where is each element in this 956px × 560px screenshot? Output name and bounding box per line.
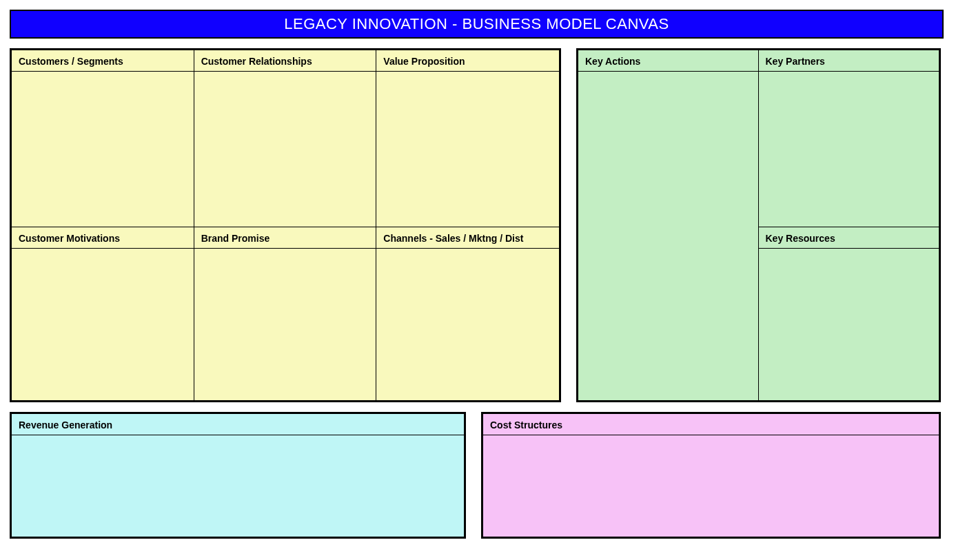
title-right: BUSINESS MODEL CANVAS <box>462 15 669 32</box>
cell-value-proposition: Value Proposition <box>376 50 559 227</box>
main-panels-row: Customers / Segments Customer Relationsh… <box>10 48 944 402</box>
cost-panel: Cost Structures <box>481 412 941 539</box>
cell-key-actions: Key Actions <box>578 50 759 400</box>
label-customer-motivations: Customer Motivations <box>12 227 194 249</box>
cell-customer-motivations: Customer Motivations <box>12 227 194 400</box>
canvas-title-bar: LEGACY INNOVATION - BUSINESS MODEL CANVA… <box>10 10 944 39</box>
operations-panel: Key Actions Key Partners Key Resources <box>576 48 941 402</box>
financial-panels-row: Revenue Generation Cost Structures <box>10 412 944 539</box>
customer-value-panel: Customers / Segments Customer Relationsh… <box>10 48 561 402</box>
label-revenue-generation: Revenue Generation <box>12 414 464 435</box>
label-customer-relationships: Customer Relationships <box>194 50 376 72</box>
label-brand-promise: Brand Promise <box>194 227 376 249</box>
title-left: LEGACY INNOVATION <box>284 15 447 32</box>
label-customers-segments: Customers / Segments <box>12 50 194 72</box>
label-cost-structures: Cost Structures <box>483 414 939 435</box>
revenue-panel: Revenue Generation <box>10 412 466 539</box>
cell-key-partners: Key Partners <box>759 50 939 227</box>
cell-channels: Channels - Sales / Mktng / Dist <box>376 227 559 400</box>
label-key-partners: Key Partners <box>759 50 939 72</box>
label-value-proposition: Value Proposition <box>376 50 559 72</box>
label-key-actions: Key Actions <box>578 50 758 72</box>
title-separator: - <box>447 15 462 32</box>
cell-brand-promise: Brand Promise <box>194 227 377 400</box>
cell-customer-relationships: Customer Relationships <box>194 50 377 227</box>
cell-key-resources: Key Resources <box>759 227 939 400</box>
cell-customers-segments: Customers / Segments <box>12 50 194 227</box>
label-channels: Channels - Sales / Mktng / Dist <box>376 227 559 249</box>
label-key-resources: Key Resources <box>759 227 939 249</box>
